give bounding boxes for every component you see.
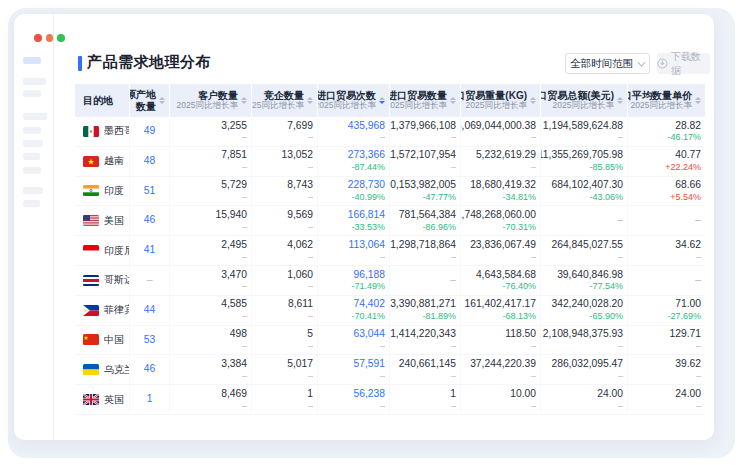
page-title: 产品需求地理分布	[87, 53, 211, 72]
cell-destination: 乌克兰	[75, 355, 130, 384]
competitors-growth: –	[308, 311, 313, 322]
cell-price: 24.00–	[628, 385, 705, 414]
trades-growth: –	[380, 252, 385, 263]
competitors-growth: –	[308, 341, 313, 352]
flag-in-icon	[83, 185, 99, 196]
sidebar-skeleton	[14, 14, 54, 440]
column-header-origin[interactable]: 原产地数量	[130, 84, 170, 117]
price-growth: -46.17%	[667, 132, 701, 143]
cell-competitors: 1,060–	[252, 266, 318, 295]
total-growth: -77.54%	[589, 281, 623, 292]
sort-carets-icon	[530, 97, 536, 105]
qty-growth: –	[451, 341, 456, 352]
sidebar-skeleton-bar	[23, 57, 41, 64]
qty-value: –	[450, 274, 456, 287]
customers-growth: –	[242, 401, 247, 412]
cell-destination: 菲律宾	[75, 296, 130, 325]
cell-customers: 3,255–	[170, 117, 252, 146]
qty-growth: –	[451, 371, 456, 382]
download-icon	[657, 58, 668, 69]
trades-value[interactable]: 113,064	[349, 239, 385, 252]
total-value: 342,240,028.20	[551, 298, 623, 311]
cell-destination: 美国	[75, 206, 130, 235]
total-value: 1,194,589,624.88	[543, 120, 623, 133]
origin-count-value[interactable]: 41	[144, 244, 155, 257]
price-growth: –	[696, 371, 701, 382]
table-row: 越南487,851–13,052–273,366-87.44%11,572,10…	[75, 147, 705, 177]
origin-count-value[interactable]: 44	[144, 304, 155, 317]
cell-weight: 4,643,584.68-76.40%	[461, 266, 541, 295]
competitors-growth: –	[308, 222, 313, 233]
table-row: 哥斯达黎加–3,470–1,060–96,188-71.49%–4,643,58…	[75, 266, 705, 296]
column-header-price[interactable]: 进口平均数量单价2025同比增长率	[628, 84, 705, 117]
table-row: 中国53498–5–63,044–1,414,220,343–118.50–2,…	[75, 326, 705, 356]
price-growth: +5.54%	[670, 192, 701, 203]
trades-value[interactable]: 57,591	[354, 358, 386, 371]
customers-growth: –	[242, 371, 247, 382]
cell-trades: 273,366-87.44%	[318, 147, 390, 176]
flag-mx-icon	[83, 126, 99, 137]
trades-value[interactable]: 273,366	[348, 149, 385, 162]
origin-count-value[interactable]: 49	[144, 125, 155, 138]
trades-value[interactable]: 96,188	[354, 269, 386, 282]
qty-value: 781,564,384	[399, 209, 456, 222]
cell-weight: 5,069,044,000.38–	[461, 117, 541, 146]
cell-customers: 2,495–	[170, 236, 252, 265]
customers-value: 4,585	[221, 298, 247, 311]
flag-cr-icon	[83, 275, 99, 286]
cell-total: 1,194,589,624.88–	[541, 117, 628, 146]
weight-growth: -76.40%	[502, 281, 536, 292]
column-header-label: 进口贸易数量2025同比增长率	[390, 90, 447, 111]
weight-growth: –	[531, 132, 536, 143]
trades-value[interactable]: 56,238	[354, 388, 386, 401]
cell-qty: 1,298,718,864–	[390, 236, 461, 265]
cell-total: 342,240,028.20-65.90%	[541, 296, 628, 325]
qty-growth: –	[451, 401, 456, 412]
trades-value[interactable]: 166,814	[348, 209, 385, 222]
trades-value[interactable]: 435,968	[348, 120, 385, 133]
trades-growth: –	[380, 401, 385, 412]
column-header-label: 目的地	[83, 95, 113, 107]
column-header-competitors[interactable]: 竞企数量2025同比增长率	[252, 84, 318, 117]
total-value: 286,032,095.47	[551, 358, 623, 371]
trades-value[interactable]: 63,044	[354, 328, 386, 341]
cell-weight: 10.00–	[461, 385, 541, 414]
price-growth: -27.69%	[667, 311, 701, 322]
price-value: 39.62	[675, 358, 701, 371]
country-name: 印度尼西亚	[104, 244, 130, 258]
trades-value[interactable]: 74,402	[354, 298, 386, 311]
download-data-button[interactable]: 下载数据	[657, 53, 710, 74]
qty-value: 240,661,145	[399, 358, 456, 371]
cell-customers: 3,384–	[170, 355, 252, 384]
cell-price: 40.77+22.24%	[628, 147, 705, 176]
cell-total: 684,102,407.30-43.06%	[541, 177, 628, 206]
cell-customers: 3,470–	[170, 266, 252, 295]
customers-value: 7,851	[221, 149, 247, 162]
cell-competitors: 13,052–	[252, 147, 318, 176]
total-growth: –	[618, 371, 623, 382]
origin-count-value[interactable]: 53	[144, 334, 155, 347]
cell-competitors: 1–	[252, 385, 318, 414]
column-header-trades[interactable]: 进口贸易次数2025同比增长率	[318, 84, 390, 117]
origin-count-value[interactable]: 46	[144, 214, 155, 227]
total-value: 264,845,027.55	[551, 239, 623, 252]
column-header-total[interactable]: 进口贸易总额(美元)2025同比增长率	[541, 84, 628, 117]
flag-ph-icon	[83, 305, 99, 316]
cell-origin-count: 41	[130, 236, 170, 265]
cell-qty: 10,153,982,005-47.77%	[390, 177, 461, 206]
origin-count-value[interactable]: 46	[144, 363, 155, 376]
column-header-weight[interactable]: 进口贸易重量(KG)2025同比增长率	[461, 84, 541, 117]
time-range-select[interactable]: 全部时间范围	[565, 53, 650, 74]
column-header-qty[interactable]: 进口贸易数量2025同比增长率	[390, 84, 461, 117]
origin-count-value[interactable]: 51	[144, 185, 155, 198]
maximize-button[interactable]	[57, 34, 65, 42]
qty-growth: -81.89%	[422, 311, 456, 322]
competitors-value: 9,569	[287, 209, 313, 222]
origin-count-value[interactable]: 48	[144, 155, 155, 168]
column-header-customers[interactable]: 客户数量2025同比增长率	[170, 84, 252, 117]
origin-count-value[interactable]: 1	[147, 393, 153, 406]
cell-price: 129.71–	[628, 326, 705, 355]
customers-value: 2,495	[221, 239, 247, 252]
trades-value[interactable]: 228,730	[348, 179, 385, 192]
weight-value: 10.00	[510, 388, 536, 401]
